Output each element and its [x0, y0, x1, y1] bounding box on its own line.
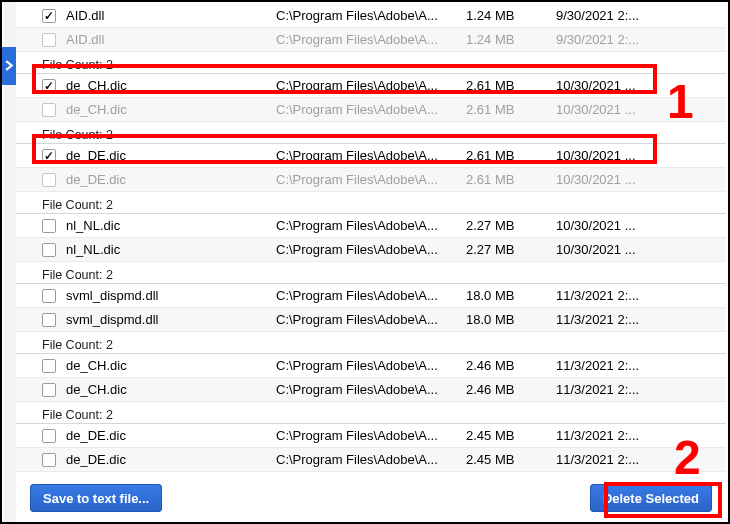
row-checkbox[interactable] — [42, 313, 56, 327]
cell-path: C:\Program Files\Adobe\A... — [276, 172, 466, 187]
cell-date: 10/30/2021 ... — [556, 218, 666, 233]
cell-size: 2.45 MB — [466, 428, 556, 443]
chevron-right-icon — [4, 59, 15, 74]
cell-date: 9/30/2021 2:... — [556, 8, 666, 23]
table-row[interactable]: de_DE.dicC:\Program Files\Adobe\A...2.61… — [16, 144, 726, 168]
cell-date: 10/30/2021 ... — [556, 78, 666, 93]
cell-filename: de_CH.dic — [66, 358, 276, 373]
cell-size: 18.0 MB — [466, 312, 556, 327]
table-row[interactable]: de_DE.dicC:\Program Files\Adobe\A...2.45… — [16, 448, 726, 472]
group-header: File Count: 2 — [16, 122, 726, 144]
cell-date: 11/3/2021 2:... — [556, 358, 666, 373]
cell-path: C:\Program Files\Adobe\A... — [276, 358, 466, 373]
cell-path: C:\Program Files\Adobe\A... — [276, 382, 466, 397]
cell-size: 2.61 MB — [466, 102, 556, 117]
delete-selected-button[interactable]: Delete Selected — [590, 484, 712, 512]
cell-filename: AID.dll — [66, 32, 276, 47]
cell-date: 11/3/2021 2:... — [556, 312, 666, 327]
row-checkbox[interactable] — [42, 453, 56, 467]
cell-date: 11/3/2021 2:... — [556, 452, 666, 467]
cell-filename: nl_NL.dic — [66, 242, 276, 257]
cell-filename: svml_dispmd.dll — [66, 312, 276, 327]
row-checkbox — [42, 33, 56, 47]
cell-path: C:\Program Files\Adobe\A... — [276, 102, 466, 117]
cell-path: C:\Program Files\Adobe\A... — [276, 428, 466, 443]
cell-date: 11/3/2021 2:... — [556, 382, 666, 397]
table-row[interactable]: de_DE.dicC:\Program Files\Adobe\A...2.45… — [16, 424, 726, 448]
cell-date: 9/30/2021 2:... — [556, 32, 666, 47]
cell-filename: de_CH.dic — [66, 78, 276, 93]
cell-date: 10/30/2021 ... — [556, 148, 666, 163]
row-checkbox[interactable] — [42, 149, 56, 163]
group-header: File Count: 2 — [16, 262, 726, 284]
footer-toolbar: Save to text file... Delete Selected — [16, 476, 726, 520]
cell-size: 2.45 MB — [466, 452, 556, 467]
cell-filename: de_DE.dic — [66, 172, 276, 187]
row-checkbox[interactable] — [42, 289, 56, 303]
cell-size: 2.61 MB — [466, 172, 556, 187]
cell-path: C:\Program Files\Adobe\A... — [276, 312, 466, 327]
cell-filename: de_DE.dic — [66, 148, 276, 163]
cell-size: 2.46 MB — [466, 382, 556, 397]
row-checkbox — [42, 103, 56, 117]
table-row: de_CH.dicC:\Program Files\Adobe\A...2.61… — [16, 98, 726, 122]
row-checkbox — [42, 173, 56, 187]
cell-filename: de_DE.dic — [66, 428, 276, 443]
cell-date: 11/3/2021 2:... — [556, 288, 666, 303]
table-row[interactable]: svml_dispmd.dllC:\Program Files\Adobe\A.… — [16, 284, 726, 308]
cell-date: 10/30/2021 ... — [556, 242, 666, 257]
cell-size: 2.27 MB — [466, 242, 556, 257]
table-row: AID.dllC:\Program Files\Adobe\A...1.24 M… — [16, 28, 726, 52]
cell-path: C:\Program Files\Adobe\A... — [276, 78, 466, 93]
cell-path: C:\Program Files\Adobe\A... — [276, 148, 466, 163]
cell-date: 11/3/2021 2:... — [556, 428, 666, 443]
cell-size: 18.0 MB — [466, 288, 556, 303]
file-list: AID.dllC:\Program Files\Adobe\A...1.24 M… — [16, 4, 726, 476]
cell-filename: svml_dispmd.dll — [66, 288, 276, 303]
table-row[interactable]: nl_NL.dicC:\Program Files\Adobe\A...2.27… — [16, 214, 726, 238]
row-checkbox[interactable] — [42, 219, 56, 233]
row-checkbox[interactable] — [42, 383, 56, 397]
group-header: File Count: 2 — [16, 192, 726, 214]
row-checkbox[interactable] — [42, 359, 56, 373]
cell-filename: de_CH.dic — [66, 102, 276, 117]
table-row[interactable]: nl_NL.dicC:\Program Files\Adobe\A...2.27… — [16, 238, 726, 262]
cell-filename: nl_NL.dic — [66, 218, 276, 233]
row-checkbox[interactable] — [42, 79, 56, 93]
table-row[interactable]: AID.dllC:\Program Files\Adobe\A...1.24 M… — [16, 4, 726, 28]
cell-date: 10/30/2021 ... — [556, 172, 666, 187]
cell-path: C:\Program Files\Adobe\A... — [276, 288, 466, 303]
table-row[interactable]: svml_dispmd.dllC:\Program Files\Adobe\A.… — [16, 308, 726, 332]
save-to-text-button[interactable]: Save to text file... — [30, 484, 162, 512]
table-row[interactable]: de_CH.dicC:\Program Files\Adobe\A...2.46… — [16, 378, 726, 402]
table-row: de_DE.dicC:\Program Files\Adobe\A...2.61… — [16, 168, 726, 192]
cell-path: C:\Program Files\Adobe\A... — [276, 242, 466, 257]
cell-size: 2.61 MB — [466, 148, 556, 163]
expand-panel-tab[interactable] — [2, 47, 16, 85]
table-row[interactable]: de_CH.dicC:\Program Files\Adobe\A...2.61… — [16, 74, 726, 98]
cell-path: C:\Program Files\Adobe\A... — [276, 218, 466, 233]
cell-size: 1.24 MB — [466, 8, 556, 23]
group-header: File Count: 2 — [16, 52, 726, 74]
group-header: File Count: 2 — [16, 402, 726, 424]
table-row[interactable]: de_CH.dicC:\Program Files\Adobe\A...2.46… — [16, 354, 726, 378]
cell-date: 10/30/2021 ... — [556, 102, 666, 117]
cell-size: 2.46 MB — [466, 358, 556, 373]
row-checkbox[interactable] — [42, 9, 56, 23]
cell-filename: de_DE.dic — [66, 452, 276, 467]
cell-path: C:\Program Files\Adobe\A... — [276, 8, 466, 23]
row-checkbox[interactable] — [42, 429, 56, 443]
cell-size: 2.27 MB — [466, 218, 556, 233]
cell-path: C:\Program Files\Adobe\A... — [276, 32, 466, 47]
cell-size: 1.24 MB — [466, 32, 556, 47]
cell-filename: AID.dll — [66, 8, 276, 23]
group-header: File Count: 2 — [16, 332, 726, 354]
cell-size: 2.61 MB — [466, 78, 556, 93]
cell-path: C:\Program Files\Adobe\A... — [276, 452, 466, 467]
row-checkbox[interactable] — [42, 243, 56, 257]
cell-filename: de_CH.dic — [66, 382, 276, 397]
